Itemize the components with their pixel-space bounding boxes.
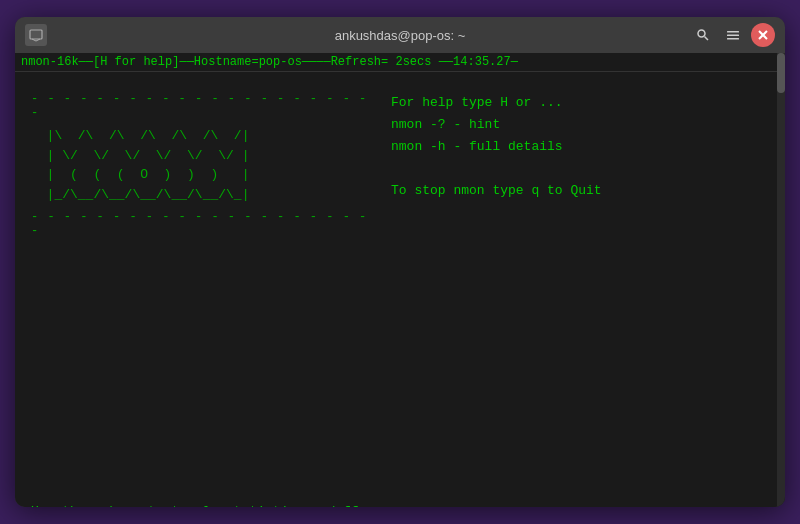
help-line4 xyxy=(391,158,769,180)
help-line3: nmon -h - full details xyxy=(391,136,769,158)
help-line2: nmon -? - hint xyxy=(391,114,769,136)
menu-button[interactable] xyxy=(721,23,745,47)
terminal-area: nmon-16k——[H for help]——Hostname=pop-os—… xyxy=(15,53,785,507)
titlebar-left xyxy=(25,24,47,46)
help-text: For help type H or ... nmon -? - hint nm… xyxy=(391,92,769,202)
help-line5: To stop nmon type q to Quit xyxy=(391,180,769,202)
ascii-dashes-bottom: - - - - - - - - - - - - - - - - - - - - … xyxy=(31,210,371,238)
help-line1: For help type H or ... xyxy=(391,92,769,114)
bottom-section: Use these keys to toggle statistics on/o… xyxy=(15,504,785,507)
search-button[interactable] xyxy=(691,23,715,47)
app-icon xyxy=(25,24,47,46)
scrollbar[interactable] xyxy=(777,53,785,507)
svg-rect-4 xyxy=(727,35,739,37)
svg-point-1 xyxy=(698,30,705,37)
scrollbar-thumb[interactable] xyxy=(777,53,785,93)
svg-line-2 xyxy=(705,37,709,41)
window-title: ankushdas@pop-os: ~ xyxy=(335,28,466,43)
ascii-logo: |\ /\ /\ /\ /\ /\ /| | \/ \/ \/ \/ \/ \/… xyxy=(31,126,371,204)
svg-rect-0 xyxy=(30,30,42,39)
terminal-window: ankushdas@pop-os: ~ xyxy=(15,17,785,507)
right-panel: For help type H or ... nmon -? - hint nm… xyxy=(371,82,769,494)
close-button[interactable] xyxy=(751,23,775,47)
keys-title: Use these keys to toggle statistics on/o… xyxy=(31,504,769,507)
titlebar: ankushdas@pop-os: ~ xyxy=(15,17,785,53)
svg-rect-3 xyxy=(727,31,739,33)
svg-rect-5 xyxy=(727,38,739,40)
status-bar: nmon-16k——[H for help]——Hostname=pop-os—… xyxy=(15,53,785,72)
ascii-dashes-top: - - - - - - - - - - - - - - - - - - - - … xyxy=(31,92,371,120)
titlebar-controls xyxy=(691,23,775,47)
main-content: - - - - - - - - - - - - - - - - - - - - … xyxy=(15,72,785,504)
left-panel: - - - - - - - - - - - - - - - - - - - - … xyxy=(31,82,371,494)
